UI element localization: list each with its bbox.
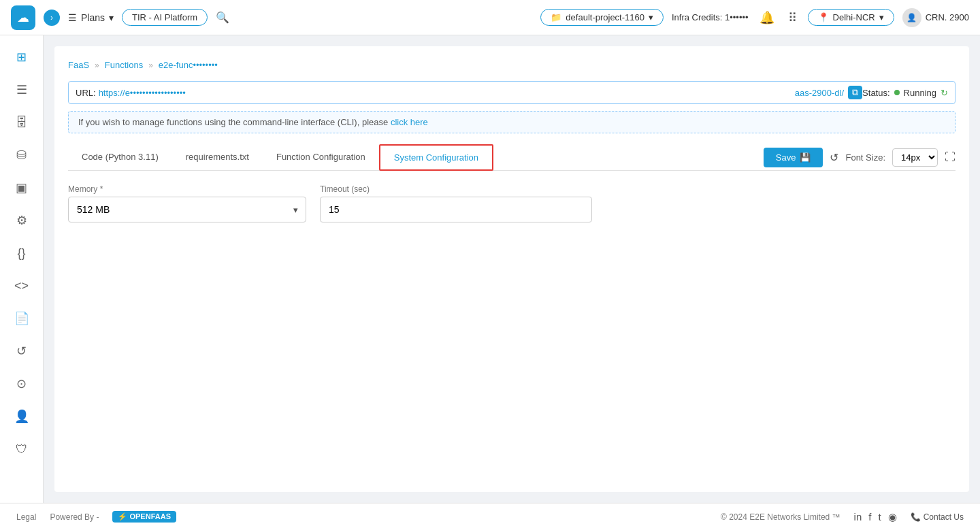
- server-icon[interactable]: ▣: [8, 174, 35, 201]
- plans-label: Plans: [81, 12, 105, 23]
- dashboard-icon[interactable]: ⊞: [8, 44, 35, 71]
- project-label: default-project-1160: [566, 12, 644, 22]
- tab-actions: Save 💾 ↺ Font Size: 12px 13px 14px 16px …: [764, 148, 956, 167]
- cli-click-here-link[interactable]: click here: [391, 117, 428, 127]
- list-icon[interactable]: ☰: [8, 76, 35, 103]
- breadcrumb-sep-2: »: [148, 61, 153, 70]
- openfaas-label: ⚡ OPENFAAS: [118, 512, 171, 521]
- contact-us-link[interactable]: 📞 Contact Us: [911, 512, 964, 522]
- sidebar: ⊞ ☰ 🗄 ⛁ ▣ ⚙ {} <> 📄 ↺ ⊙ 👤 🛡: [0, 35, 44, 503]
- linkedin-icon[interactable]: in: [854, 511, 862, 523]
- project-chevron: ▾: [649, 12, 653, 22]
- memory-label: Memory *: [68, 184, 306, 194]
- fontsize-select[interactable]: 12px 13px 14px 16px 18px: [892, 148, 938, 167]
- cycle-icon[interactable]: ↺: [8, 337, 35, 365]
- api-icon[interactable]: ⊙: [8, 370, 35, 397]
- cli-notice-text: If you wish to manage functions using th…: [78, 117, 388, 127]
- footer: Legal Powered By - ⚡ OPENFAAS © 2024 E2E…: [0, 503, 980, 530]
- tabs-bar: Code (Python 3.11) requirements.txt Func…: [68, 144, 956, 171]
- project-selector-button[interactable]: 📁 default-project-1160 ▾: [540, 9, 664, 26]
- footer-copyright: © 2024 E2E Networks Limited ™: [721, 512, 840, 522]
- url-value: https://e••••••••••••••••••: [99, 88, 789, 98]
- breadcrumb: FaaS » Functions » e2e-func••••••••: [68, 60, 956, 70]
- refresh-status-button[interactable]: ↻: [941, 88, 948, 98]
- twitter-icon[interactable]: t: [878, 511, 881, 523]
- grid-menu-button[interactable]: ⠿: [785, 7, 800, 28]
- facebook-icon[interactable]: f: [868, 511, 871, 523]
- main-inner: FaaS » Functions » e2e-func•••••••• URL:…: [54, 46, 969, 492]
- status-area: Status: Running ↻: [862, 88, 948, 98]
- status-indicator: [894, 90, 900, 95]
- url-suffix: aas-2900-dl/: [795, 88, 844, 98]
- memory-field-group: Memory * 256 MB 512 MB 1 GB 2 GB 4 GB ▾: [68, 184, 306, 222]
- top-nav: ☁ › ☰ Plans ▾ TIR - AI Platform 🔍 📁 defa…: [0, 0, 980, 35]
- tab-system-config[interactable]: System Configuration: [379, 144, 493, 171]
- save-label: Save: [776, 152, 796, 163]
- timeout-label: Timeout (sec): [320, 184, 592, 194]
- save-button[interactable]: Save 💾: [764, 148, 823, 167]
- memory-select[interactable]: 256 MB 512 MB 1 GB 2 GB 4 GB: [68, 197, 306, 222]
- plans-chevron: ▾: [109, 12, 114, 23]
- search-button[interactable]: 🔍: [216, 11, 229, 24]
- save-icon: 💾: [800, 152, 811, 163]
- cli-notice: If you wish to manage functions using th…: [68, 111, 956, 133]
- fullscreen-button[interactable]: ⛶: [945, 151, 956, 163]
- region-selector-button[interactable]: 📍 Delhi-NCR ▾: [808, 9, 894, 26]
- timeout-input[interactable]: [320, 197, 592, 222]
- tir-platform-button[interactable]: TIR - AI Platform: [122, 9, 208, 26]
- status-label: Status:: [862, 88, 889, 98]
- timeout-field-group: Timeout (sec): [320, 184, 592, 222]
- plans-icon: ☰: [68, 12, 77, 23]
- logo-icon: ☁: [11, 5, 35, 30]
- footer-openfaas-logo: ⚡ OPENFAAS: [112, 511, 176, 523]
- reset-button[interactable]: ↺: [830, 151, 838, 164]
- tir-label: TIR - AI Platform: [132, 12, 197, 22]
- network-icon[interactable]: ⛁: [8, 142, 35, 169]
- location-icon: 📍: [818, 12, 829, 22]
- memory-select-wrapper: 256 MB 512 MB 1 GB 2 GB 4 GB ▾: [68, 197, 306, 222]
- plans-button[interactable]: ☰ Plans ▾: [68, 12, 114, 23]
- contact-label: Contact Us: [924, 512, 964, 522]
- url-bar: URL: https://e•••••••••••••••••• aas-290…: [68, 81, 956, 104]
- footer-social-links: in f t ◉: [854, 511, 897, 523]
- tab-requirements[interactable]: requirements.txt: [172, 145, 263, 170]
- user-avatar: 👤: [902, 8, 921, 27]
- breadcrumb-functions[interactable]: Functions: [105, 60, 143, 70]
- settings-icon[interactable]: ⚙: [8, 207, 35, 234]
- region-chevron: ▾: [879, 12, 884, 22]
- database-icon[interactable]: 🗄: [8, 109, 35, 136]
- footer-legal[interactable]: Legal: [16, 512, 36, 522]
- breadcrumb-sep-1: »: [95, 61, 99, 70]
- status-value: Running: [904, 88, 936, 98]
- copy-url-button[interactable]: ⧉: [848, 86, 862, 99]
- tab-function-config[interactable]: Function Configuration: [263, 145, 379, 170]
- region-label: Delhi-NCR: [833, 12, 875, 22]
- shield-icon[interactable]: 🛡: [8, 435, 35, 463]
- file-icon[interactable]: 📄: [8, 305, 35, 332]
- fontsize-label: Font Size:: [845, 152, 885, 163]
- rss-icon[interactable]: ◉: [888, 511, 897, 523]
- code-icon[interactable]: <>: [8, 272, 35, 299]
- tab-code[interactable]: Code (Python 3.11): [68, 145, 172, 170]
- folder-icon: 📁: [551, 12, 561, 22]
- breadcrumb-faas[interactable]: FaaS: [68, 60, 89, 70]
- url-label: URL:: [76, 88, 96, 98]
- user-menu-button[interactable]: 👤 CRN. 2900: [902, 8, 969, 27]
- brackets-icon[interactable]: {}: [8, 239, 35, 267]
- system-config-form: Memory * 256 MB 512 MB 1 GB 2 GB 4 GB ▾ …: [68, 184, 956, 222]
- user-label: CRN. 2900: [926, 12, 969, 22]
- breadcrumb-current[interactable]: e2e-func••••••••: [159, 60, 218, 70]
- collapse-button[interactable]: ›: [44, 10, 60, 26]
- footer-powered-by: Powered By -: [50, 512, 99, 522]
- page-layout: ⊞ ☰ 🗄 ⛁ ▣ ⚙ {} <> 📄 ↺ ⊙ 👤 🛡 FaaS » Funct…: [0, 35, 980, 503]
- notifications-button[interactable]: 🔔: [757, 7, 777, 28]
- main-content: FaaS » Functions » e2e-func•••••••• URL:…: [44, 35, 980, 503]
- user-add-icon[interactable]: 👤: [8, 403, 35, 430]
- infra-credits: Infra Credits: 1••••••: [672, 12, 749, 22]
- phone-icon: 📞: [911, 512, 921, 522]
